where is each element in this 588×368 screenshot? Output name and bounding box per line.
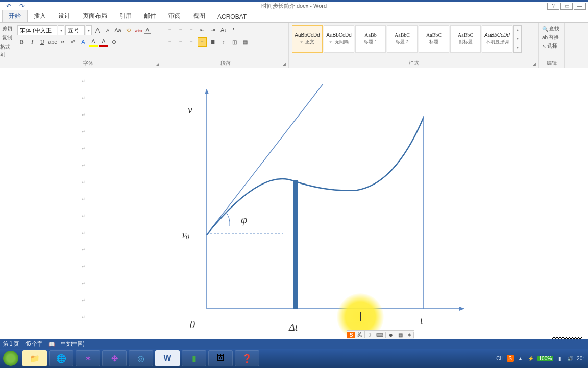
replace-button[interactable]: ab替换 xyxy=(542,34,561,41)
taskbar-app-blue[interactable]: ◎ xyxy=(129,350,153,366)
font-size-dropdown-icon[interactable]: ▾ xyxy=(86,25,92,35)
superscript-button[interactable]: x² xyxy=(68,37,78,47)
find-button[interactable]: 🔍查找 xyxy=(542,25,561,32)
phonetic-button[interactable]: wén xyxy=(134,26,143,35)
taskbar-app-green[interactable]: ▮ xyxy=(182,350,206,366)
tray-lang-icon[interactable]: CH xyxy=(497,355,504,362)
style-item-5[interactable]: AaBbC副标题 xyxy=(450,25,481,53)
taskbar-explorer[interactable]: 📁 xyxy=(22,350,47,366)
tray-battery[interactable]: 100% xyxy=(537,356,554,361)
multilevel-button[interactable]: ≡ xyxy=(187,25,196,34)
styles-scroll[interactable]: ▴▾▾ xyxy=(513,25,522,53)
language-indicator[interactable]: 中文(中国) xyxy=(61,340,85,348)
taskbar-app-purple[interactable]: ✶ xyxy=(76,350,100,366)
select-button[interactable]: ↖选择 xyxy=(542,42,561,50)
tab-design[interactable]: 设计 xyxy=(52,10,77,22)
justify-button[interactable]: ≡ xyxy=(198,37,207,47)
page-indicator[interactable]: 第 1 页 xyxy=(3,340,19,348)
ime-lang-button[interactable]: 英 xyxy=(355,331,365,338)
window-title: 时间步长简介.docx - Word xyxy=(261,2,327,10)
tab-mailings[interactable]: 邮件 xyxy=(138,10,162,22)
strike-button[interactable]: abc xyxy=(48,37,57,47)
tray-sogou-icon[interactable]: S xyxy=(507,355,514,362)
document-area[interactable]: ↵↵↵↵↵↵↵ ↵↵↵↵↵↵↵↵ v 𝑣₀ φ 0 Δt t xyxy=(0,68,588,349)
undo-button[interactable]: ↶ xyxy=(3,2,14,10)
ime-moon-icon[interactable]: ☽ xyxy=(365,332,374,338)
align-left-button[interactable]: ≡ xyxy=(165,37,175,47)
taskbar-ie[interactable]: 🌐 xyxy=(49,350,74,366)
taskbar-app-purple2[interactable]: ✤ xyxy=(102,350,127,366)
tray-volume-icon[interactable]: 🔊 xyxy=(567,355,574,362)
italic-button[interactable]: I xyxy=(28,37,37,47)
change-case-button[interactable]: Aa xyxy=(113,26,122,35)
para-dialog-launcher-icon[interactable]: ◢ xyxy=(282,62,287,67)
tray-clock[interactable]: 20: xyxy=(577,356,584,361)
cut-button[interactable]: 剪切 xyxy=(2,25,12,32)
styles-dialog-launcher-icon[interactable]: ◢ xyxy=(532,62,537,67)
subscript-button[interactable]: x₂ xyxy=(58,37,67,47)
tab-insert[interactable]: 插入 xyxy=(28,10,52,22)
char-border-button[interactable]: A xyxy=(144,27,151,34)
tray-network-icon[interactable]: ▮ xyxy=(556,355,564,362)
increase-indent-button[interactable]: ⇥ xyxy=(208,25,217,34)
style-item-6[interactable]: AaBbCcDd不明显强调 xyxy=(482,25,512,53)
tab-acrobat[interactable]: ACROBAT xyxy=(211,11,253,22)
font-dialog-launcher-icon[interactable]: ◢ xyxy=(156,62,161,67)
ime-keyboard-icon[interactable]: ⌨ xyxy=(374,332,386,338)
underline-button[interactable]: U xyxy=(38,37,47,47)
ime-grid-icon[interactable]: ▦ xyxy=(396,332,405,338)
show-marks-button[interactable]: ¶ xyxy=(230,25,239,34)
styles-group: AaBbCcDd↵ 正文AaBbCcDd↵ 无间隔AaBb标题 1AaBbC标题… xyxy=(289,23,539,68)
sort-button[interactable]: A↓ xyxy=(219,25,228,34)
ime-settings-icon[interactable]: ✶ xyxy=(405,332,414,338)
help-button[interactable]: ? xyxy=(547,3,559,10)
editing-group-label: 编辑 xyxy=(542,60,561,68)
bold-button[interactable]: B xyxy=(17,37,27,47)
restore-button[interactable]: ▭ xyxy=(560,3,573,10)
format-painter-button[interactable]: 格式刷 xyxy=(0,43,14,58)
text-effects-button[interactable]: A xyxy=(79,37,88,47)
tray-up-icon[interactable]: ▲ xyxy=(517,355,524,362)
style-item-3[interactable]: AaBbC标题 2 xyxy=(387,25,418,53)
decrease-indent-button[interactable]: ⇤ xyxy=(198,25,207,34)
minimize-button[interactable]: — xyxy=(574,3,586,10)
word-count[interactable]: 45 个字 xyxy=(25,340,42,348)
enclose-char-button[interactable]: ⊕ xyxy=(109,37,118,47)
shrink-font-button[interactable]: A xyxy=(103,26,112,35)
style-item-1[interactable]: AaBbCcDd↵ 无间隔 xyxy=(324,25,354,53)
svg-marker-3 xyxy=(205,89,209,94)
font-family-combo[interactable]: 宋体 (中文正 xyxy=(17,25,57,35)
proofing-icon[interactable]: 📖 xyxy=(48,341,55,347)
font-family-dropdown-icon[interactable]: ▾ xyxy=(58,25,64,35)
bullets-button[interactable]: ≡ xyxy=(165,25,175,34)
font-size-combo[interactable]: 五号 xyxy=(65,25,85,35)
align-right-button[interactable]: ≡ xyxy=(187,37,196,47)
ime-emoji-icon[interactable]: ☻ xyxy=(386,332,396,338)
shading-button[interactable]: ◫ xyxy=(230,37,239,47)
tray-power-icon[interactable]: ⚡ xyxy=(527,355,534,362)
style-item-4[interactable]: AaBbC标题 xyxy=(419,25,449,53)
font-color-button[interactable]: A xyxy=(99,37,108,47)
highlight-button[interactable]: A xyxy=(89,37,98,47)
grow-font-button[interactable]: A xyxy=(93,26,102,35)
taskbar-app-pic[interactable]: 🖼 xyxy=(208,350,233,366)
clear-format-button[interactable]: ⟲ xyxy=(124,26,133,35)
tab-layout[interactable]: 页面布局 xyxy=(77,10,113,22)
ime-toolbar[interactable]: S 英 ☽ ⌨ ☻ ▦ ✶ xyxy=(347,330,414,339)
line-spacing-button[interactable]: ↕ xyxy=(219,37,228,47)
tab-references[interactable]: 引用 xyxy=(113,10,138,22)
style-item-2[interactable]: AaBb标题 1 xyxy=(355,25,386,53)
align-center-button[interactable]: ≡ xyxy=(176,37,185,47)
tab-view[interactable]: 视图 xyxy=(187,10,211,22)
start-button[interactable] xyxy=(3,351,18,366)
distribute-button[interactable]: ≣ xyxy=(208,37,217,47)
taskbar-app-help[interactable]: ❓ xyxy=(235,350,259,366)
style-item-0[interactable]: AaBbCcDd↵ 正文 xyxy=(292,25,323,53)
tab-review[interactable]: 审阅 xyxy=(162,10,187,22)
numbering-button[interactable]: ≡ xyxy=(176,25,185,34)
taskbar-word[interactable]: W xyxy=(155,350,180,366)
borders-button[interactable]: ▦ xyxy=(240,37,250,47)
copy-button[interactable]: 复制 xyxy=(2,34,12,41)
tab-home[interactable]: 开始 xyxy=(2,9,28,22)
redo-button[interactable]: ↷ xyxy=(16,2,28,10)
